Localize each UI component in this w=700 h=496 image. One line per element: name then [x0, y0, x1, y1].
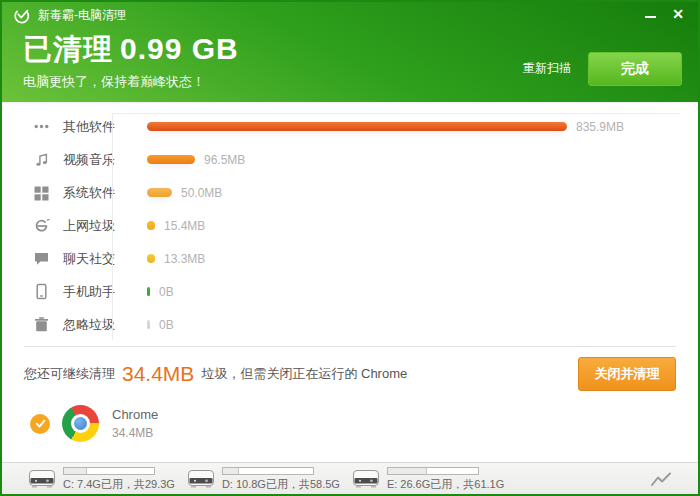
header-main: 已清理0.99 GB 电脑更快了，保持着巅峰状态！ 重新扫描 完成 [2, 29, 698, 91]
chrome-logo-icon [62, 405, 99, 442]
value-bar [147, 188, 172, 197]
value-label: 50.0MB [181, 186, 222, 200]
value-bar [147, 254, 155, 263]
music-note-icon [33, 151, 50, 168]
close-button[interactable]: ✕ [664, 4, 692, 24]
hard-drive-icon [187, 468, 215, 489]
value-label: 835.9MB [576, 120, 624, 134]
chart-row[interactable]: 聊天社交 13.3MB [2, 242, 698, 275]
cleanup-message: 您还可继续清理 34.4MB 垃圾，但需关闭正在运行的 Chrome [24, 362, 407, 386]
value-label: 15.4MB [164, 219, 205, 233]
value-bar [147, 320, 150, 329]
statusbar: C: 7.4G已用，共29.3G D: 10.8G已用，共58.5G [2, 462, 698, 494]
window-title: 新毒霸-电脑清理 [38, 7, 126, 24]
chart-row[interactable]: 上网垃圾 15.4MB [2, 209, 698, 242]
chart-row[interactable]: 手机助手 0B [2, 275, 698, 308]
cleanup-amount: 34.4MB [122, 362, 194, 386]
value-label: 0B [159, 318, 174, 332]
chart-row[interactable]: 系统软件 50.0MB [2, 176, 698, 209]
main-content: 其他软件 835.9MB 视频音乐 96.5MB 系统软件 50.0MB 上网垃… [2, 102, 698, 462]
cleanup-message-prefix: 您还可继续清理 [24, 365, 115, 383]
app-info: Chrome 34.4MB [112, 407, 158, 440]
hard-drive-icon [28, 468, 56, 489]
disk-usage: E: 26.6G已用，共61.1G [352, 466, 504, 492]
category-label: 系统软件 [63, 184, 147, 202]
category-label: 忽略垃圾 [63, 316, 147, 334]
disk-usage-label: C: 7.4G已用，共29.3G [63, 477, 175, 492]
chart-row[interactable]: 忽略垃圾 0B [2, 308, 698, 341]
cleanup-bar-chart: 其他软件 835.9MB 视频音乐 96.5MB 系统软件 50.0MB 上网垃… [2, 110, 698, 341]
value-label: 96.5MB [204, 153, 245, 167]
category-label: 聊天社交 [63, 250, 147, 268]
header-actions: 重新扫描 完成 [523, 46, 682, 91]
app-checkbox[interactable] [30, 414, 50, 434]
cleaned-label: 已清理 [23, 33, 113, 65]
value-bar [147, 122, 567, 131]
phone-icon [33, 283, 50, 300]
check-icon [34, 417, 47, 430]
value-label: 13.3MB [164, 252, 205, 266]
value-label: 0B [159, 285, 174, 299]
disk-usage-fill [64, 468, 87, 474]
windows-icon [33, 184, 50, 201]
chart-axis-vertical [112, 113, 113, 340]
duba-logo-icon [13, 7, 30, 24]
disk-usage-bar [63, 467, 155, 475]
value-bar [147, 287, 150, 296]
titlebar: 新毒霸-电脑清理 ✕ [2, 2, 698, 29]
app-window: 新毒霸-电脑清理 ✕ 已清理0.99 GB 电脑更快了，保持着巅峰状态！ 重新扫… [0, 0, 700, 496]
value-bar [147, 155, 195, 164]
category-label: 上网垃圾 [63, 217, 147, 235]
rescan-link[interactable]: 重新扫描 [523, 60, 571, 77]
category-label: 视频音乐 [63, 151, 147, 169]
trash-icon [33, 316, 50, 333]
cleaned-summary: 已清理0.99 GB [23, 34, 239, 64]
disk-usage-bar [387, 467, 479, 475]
disk-usage-fill [223, 468, 239, 474]
header-subtitle: 电脑更快了，保持着巅峰状态！ [23, 73, 239, 91]
app-size: 34.4MB [112, 426, 158, 440]
cleanup-message-suffix: 垃圾，但需关闭正在运行的 Chrome [201, 365, 407, 383]
value-bar [147, 221, 155, 230]
ie-browser-icon [33, 217, 50, 234]
disk-usage-label: D: 10.8G已用，共58.5G [222, 477, 340, 492]
disk-usage-fill [388, 468, 428, 474]
done-button[interactable]: 完成 [588, 52, 682, 86]
disk-usage-bar [222, 467, 314, 475]
chrome-app-row: Chrome 34.4MB [2, 391, 698, 442]
close-and-clean-button[interactable]: 关闭并清理 [578, 357, 676, 391]
more-dots-icon [33, 118, 50, 135]
chat-bubble-icon [33, 250, 50, 267]
disk-usage-label: E: 26.6G已用，共61.1G [387, 477, 504, 492]
category-label: 其他软件 [63, 118, 147, 136]
window-controls: ✕ [636, 4, 692, 24]
disk-usage: D: 10.8G已用，共58.5G [187, 466, 340, 492]
chart-axis-horizontal [112, 113, 680, 114]
hard-drive-icon [352, 468, 380, 489]
close-icon: ✕ [672, 7, 684, 21]
category-label: 手机助手 [63, 283, 147, 301]
minimize-button[interactable] [636, 4, 664, 24]
chart-row[interactable]: 视频音乐 96.5MB [2, 143, 698, 176]
continue-cleanup-row: 您还可继续清理 34.4MB 垃圾，但需关闭正在运行的 Chrome 关闭并清理 [2, 347, 698, 391]
activity-graph-icon[interactable] [650, 471, 672, 487]
minimize-icon [645, 16, 656, 18]
app-name: Chrome [112, 407, 158, 422]
header-left: 已清理0.99 GB 电脑更快了，保持着巅峰状态！ [23, 29, 239, 91]
header: 新毒霸-电脑清理 ✕ 已清理0.99 GB 电脑更快了，保持着巅峰状态！ 重新扫… [2, 2, 698, 102]
disk-usage: C: 7.4G已用，共29.3G [28, 466, 175, 492]
cleaned-value: 0.99 GB [120, 32, 239, 65]
chart-row[interactable]: 其他软件 835.9MB [2, 110, 698, 143]
